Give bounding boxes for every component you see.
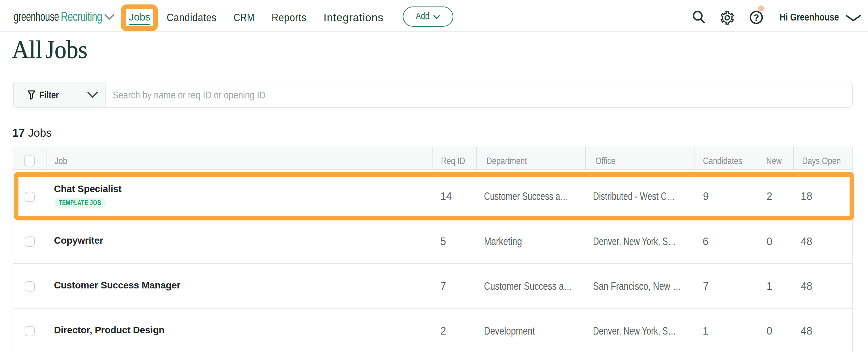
svg-text:?: ? <box>754 13 759 23</box>
